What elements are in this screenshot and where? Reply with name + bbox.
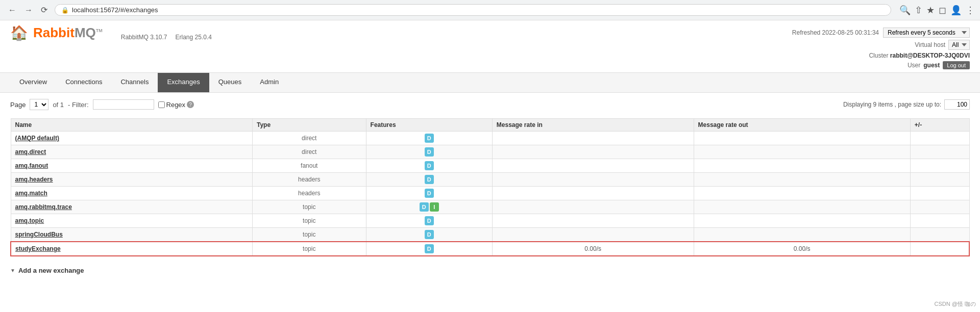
user-row: User guest Log out (908, 61, 970, 69)
logout-button[interactable]: Log out (943, 61, 970, 69)
col-header-plus[interactable]: +/- (910, 119, 969, 132)
filter-row: Page 1 of 1 - Filter: Regex ? Displaying… (10, 99, 970, 110)
lock-icon: 🔒 (61, 7, 69, 14)
vhost-select[interactable]: All (948, 40, 970, 50)
exchange-table: Name Type Features Message rate in Messa… (10, 118, 970, 256)
cell-name: amq.match (11, 187, 252, 200)
cell-features: D (366, 132, 492, 145)
table-row[interactable]: (AMQP default)directD (11, 132, 969, 145)
cell-type: topic (252, 200, 366, 214)
cell-name: studyExchange (11, 242, 252, 256)
cluster-label: Cluster (869, 52, 888, 59)
rabbitmq-logo-icon: 🏠 (10, 24, 28, 41)
cell-rate-in (492, 200, 694, 214)
table-row[interactable]: studyExchangetopicD0.00/s0.00/s (11, 242, 969, 256)
share-icon[interactable]: ⇧ (915, 5, 922, 16)
forward-button[interactable]: → (21, 4, 36, 16)
rabbitmq-version: RabbitMQ 3.10.7 (121, 34, 167, 41)
cell-name: amq.rabbitmq.trace (11, 200, 252, 214)
search-icon[interactable]: 🔍 (899, 5, 911, 16)
table-header-row: Name Type Features Message rate in Messa… (11, 119, 969, 132)
cell-plus (910, 132, 969, 145)
cell-plus (910, 200, 969, 214)
cell-features: D (366, 173, 492, 187)
table-row[interactable]: springCloudBustopicD (11, 228, 969, 242)
regex-label: Regex ? (158, 101, 194, 109)
page-size-input[interactable] (944, 99, 970, 110)
tab-exchanges[interactable]: Exchanges (158, 73, 209, 92)
address-bar[interactable]: 🔒 localhost:15672/#/exchanges (55, 4, 891, 16)
cell-type: direct (252, 132, 366, 145)
browser-nav[interactable]: ← → ⟳ (5, 4, 51, 16)
refresh-row: Refreshed 2022-08-25 00:31:34 Refresh ev… (792, 28, 970, 38)
cell-rate-in (492, 214, 694, 228)
tab-connections[interactable]: Connections (56, 73, 111, 92)
tab-admin[interactable]: Admin (251, 73, 288, 92)
refresh-select[interactable]: Refresh every 5 secondsRefresh every 10 … (883, 28, 970, 38)
cell-rate-in: 0.00/s (492, 242, 694, 256)
user-name: guest (923, 62, 940, 69)
cell-features: D (366, 159, 492, 173)
cell-plus (910, 145, 969, 159)
page-content: Page 1 of 1 - Filter: Regex ? Displaying… (0, 93, 980, 280)
of-text: of 1 (53, 101, 64, 109)
cell-rate-out: 0.00/s (694, 242, 910, 256)
regex-checkbox[interactable] (158, 101, 165, 108)
cell-rate-out (694, 200, 910, 214)
cell-type: topic (252, 242, 366, 256)
logo-tm: TM (96, 28, 103, 33)
reload-button[interactable]: ⟳ (38, 4, 51, 16)
filter-input[interactable] (93, 99, 154, 110)
cell-plus (910, 159, 969, 173)
logo-text: RabbitMQTM (33, 25, 103, 41)
cell-rate-out (694, 187, 910, 200)
tab-queues[interactable]: Queues (209, 73, 251, 92)
display-text: Displaying 9 items , page size up to: (843, 101, 941, 108)
table-row[interactable]: amq.topictopicD (11, 214, 969, 228)
logo-rabbit: Rabbit (33, 25, 75, 40)
triangle-icon: ▼ (10, 268, 15, 273)
app-container: 🏠 RabbitMQTM RabbitMQ 3.10.7 Erlang 25.0… (0, 20, 980, 280)
table-row[interactable]: amq.headersheadersD (11, 173, 969, 187)
cell-rate-out (694, 214, 910, 228)
table-row[interactable]: amq.matchheadersD (11, 187, 969, 200)
tab-channels[interactable]: Channels (111, 73, 158, 92)
cell-rate-out (694, 145, 910, 159)
col-header-features: Features (366, 119, 492, 132)
col-header-type: Type (252, 119, 366, 132)
profile-icon[interactable]: 👤 (950, 5, 962, 16)
cell-features: D (366, 242, 492, 256)
col-header-rate-out: Message rate out (694, 119, 910, 132)
tab-overview[interactable]: Overview (10, 73, 56, 92)
window-icon[interactable]: ◻ (939, 5, 946, 16)
back-button[interactable]: ← (5, 4, 19, 16)
cell-name: amq.topic (11, 214, 252, 228)
cell-name: amq.headers (11, 173, 252, 187)
cell-type: headers (252, 173, 366, 187)
cell-type: direct (252, 145, 366, 159)
menu-icon[interactable]: ⋮ (966, 5, 975, 16)
cell-features: D (366, 187, 492, 200)
table-row[interactable]: amq.fanoutfanoutD (11, 159, 969, 173)
url-text: localhost:15672/#/exchanges (72, 6, 158, 14)
cell-rate-out (694, 132, 910, 145)
cell-name: springCloudBus (11, 228, 252, 242)
cell-features: DI (366, 200, 492, 214)
page-select[interactable]: 1 (30, 99, 48, 110)
cell-name: amq.direct (11, 145, 252, 159)
cell-type: topic (252, 214, 366, 228)
cell-type: headers (252, 187, 366, 200)
bookmark-icon[interactable]: ★ (926, 5, 935, 16)
table-row[interactable]: amq.directdirectD (11, 145, 969, 159)
table-row[interactable]: amq.rabbitmq.tracetopicDI (11, 200, 969, 214)
cell-name: amq.fanout (11, 159, 252, 173)
add-section: ▼ Add a new exchange (10, 267, 970, 274)
regex-help-badge[interactable]: ? (187, 101, 194, 108)
cell-plus (910, 173, 969, 187)
refreshed-text: Refreshed 2022-08-25 00:31:34 (792, 29, 879, 36)
logo-mq: MQ (75, 25, 96, 40)
cell-rate-in (492, 173, 694, 187)
cell-rate-in (492, 145, 694, 159)
cell-features: D (366, 145, 492, 159)
add-exchange-toggle[interactable]: ▼ Add a new exchange (10, 267, 970, 274)
